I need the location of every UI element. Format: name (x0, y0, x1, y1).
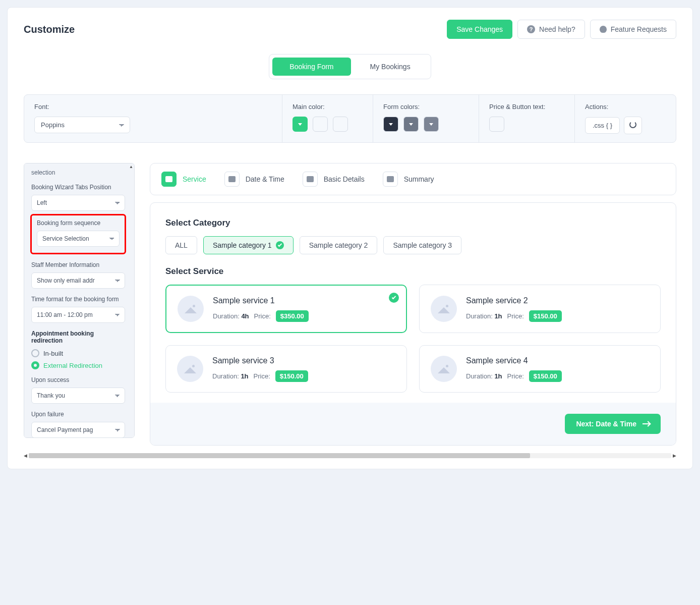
image-placeholder-icon (177, 356, 203, 382)
staff-info-label: Staff Member Information (31, 261, 125, 268)
sidebar[interactable]: ▲ selection Booking Wizard Tabs Position… (24, 163, 135, 438)
radio-icon-checked (31, 361, 39, 369)
main-panel: Customize Save Changes ? Need help? Feat… (7, 7, 693, 469)
image-placeholder-icon (431, 296, 457, 322)
price-button-row (489, 117, 564, 132)
main-color-swatch-3[interactable] (333, 117, 348, 132)
service-icon (161, 172, 177, 187)
service-meta: Duration: 1h Price: $150.00 (212, 370, 308, 382)
category-3[interactable]: Sample category 3 (383, 236, 461, 254)
select-service-title: Select Service (165, 266, 661, 277)
service-name: Sample service 2 (466, 296, 562, 305)
time-format-label: Time format for the booking form (31, 296, 125, 303)
tabs-position-select[interactable]: Left (31, 195, 125, 211)
step-summary-label: Summary (404, 175, 434, 183)
service-card-2[interactable]: Sample service 2 Duration: 1h Price: $15… (419, 285, 661, 333)
service-card-4[interactable]: Sample service 4 Duration: 1h Price: $15… (419, 345, 661, 393)
category-1-label: Sample category 1 (213, 241, 272, 249)
header: Customize Save Changes ? Need help? Feat… (24, 20, 676, 39)
radio-inbuilt-label: In-built (43, 350, 63, 357)
tab-booking-form[interactable]: Booking Form (272, 58, 351, 76)
step-service[interactable]: Service (161, 172, 206, 187)
upon-failure-select[interactable]: Cancel Payment pag (31, 422, 125, 438)
form-color-swatch-2[interactable] (403, 117, 419, 132)
form-color-swatch-1[interactable] (383, 117, 398, 132)
bulb-icon (600, 26, 607, 33)
service-info: Sample service 2 Duration: 1h Price: $15… (466, 296, 562, 322)
step-datetime-label: Date & Time (246, 175, 284, 183)
main-color-row (293, 117, 363, 132)
sequence-label: Booking form sequence (37, 219, 120, 227)
redirection-heading: Appointment booking redirection (31, 330, 125, 344)
image-placeholder-icon (178, 296, 204, 322)
service-meta: Duration: 4h Price: $350.00 (213, 310, 309, 322)
form-colors-label: Form colors: (383, 103, 469, 111)
service-card-1[interactable]: Sample service 1 Duration: 4h Price: $35… (165, 285, 407, 333)
highlighted-sequence-box: Booking form sequence Service Selection (30, 214, 126, 254)
need-help-button[interactable]: ? Need help? (517, 20, 585, 39)
scroll-track[interactable] (29, 453, 671, 458)
feature-requests-button[interactable]: Feature Requests (590, 20, 676, 39)
steps-bar: Service Date & Time Basic Details Summar… (150, 163, 676, 195)
preview-content: Select Category ALL Sample category 1 Sa… (150, 203, 676, 403)
tab-switch-inner: Booking Form My Bookings (269, 54, 431, 79)
chevron-down-icon (389, 123, 393, 126)
price-tag: $150.00 (529, 370, 562, 382)
arrow-right-icon (643, 423, 650, 424)
css-button[interactable]: .css { } (585, 117, 620, 134)
radio-external[interactable]: External Redirection (31, 361, 125, 369)
main-color-label: Main color: (293, 103, 363, 111)
category-all[interactable]: ALL (165, 236, 197, 254)
form-color-row (383, 117, 469, 132)
preview-footer: Next: Date & Time (150, 403, 676, 445)
refresh-button[interactable] (624, 117, 642, 134)
step-summary[interactable]: Summary (383, 172, 434, 187)
form-color-swatch-3[interactable] (424, 117, 439, 132)
category-1[interactable]: Sample category 1 (203, 236, 294, 254)
settings-bar: Font: Poppins Main color: Form colors: P… (24, 94, 676, 143)
image-placeholder-icon (431, 356, 457, 382)
horizontal-scrollbar[interactable]: ◀ ▶ (24, 453, 676, 459)
service-info: Sample service 1 Duration: 4h Price: $35… (213, 296, 309, 322)
price-tag: $150.00 (529, 310, 562, 322)
tab-my-bookings[interactable]: My Bookings (353, 58, 428, 76)
next-button[interactable]: Next: Date & Time (565, 414, 661, 434)
service-info: Sample service 4 Duration: 1h Price: $15… (466, 356, 562, 382)
font-label: Font: (34, 103, 272, 111)
service-card-3[interactable]: Sample service 3 Duration: 1h Price: $15… (165, 345, 407, 393)
scroll-right-icon[interactable]: ▶ (671, 453, 676, 458)
save-changes-button[interactable]: Save Changes (447, 20, 512, 39)
step-service-label: Service (183, 175, 206, 183)
staff-info-select[interactable]: Show only email addr (31, 272, 125, 289)
price-button-swatch[interactable] (489, 117, 504, 132)
scroll-left-icon[interactable]: ◀ (24, 453, 29, 458)
service-name: Sample service 4 (466, 356, 562, 365)
service-meta: Duration: 1h Price: $150.00 (466, 370, 562, 382)
main-color-cell: Main color: (282, 95, 373, 142)
sidebar-inner: selection Booking Wizard Tabs Position L… (24, 163, 131, 438)
main-color-swatch-1[interactable] (293, 117, 308, 132)
price-button-cell: Price & Button text: (479, 95, 575, 142)
category-2[interactable]: Sample category 2 (300, 236, 378, 254)
help-icon: ? (527, 25, 535, 33)
radio-inbuilt[interactable]: In-built (31, 349, 125, 357)
form-colors-cell: Form colors: (373, 95, 479, 142)
service-name: Sample service 1 (213, 296, 309, 305)
step-datetime[interactable]: Date & Time (224, 172, 284, 187)
scroll-up-icon[interactable]: ▲ (129, 164, 134, 169)
scroll-thumb[interactable] (29, 453, 530, 458)
select-category-title: Select Category (165, 218, 661, 228)
font-select[interactable]: Poppins (34, 117, 130, 133)
next-button-label: Next: Date & Time (576, 420, 636, 428)
upon-success-select[interactable]: Thank you (31, 388, 125, 404)
sequence-select[interactable]: Service Selection (37, 231, 120, 247)
step-basic-label: Basic Details (324, 175, 365, 183)
details-icon (303, 172, 318, 187)
main-color-swatch-2[interactable] (313, 117, 328, 132)
calendar-icon (224, 172, 240, 187)
feature-requests-label: Feature Requests (611, 25, 667, 33)
time-format-select[interactable]: 11:00 am - 12:00 pm (31, 307, 125, 323)
page-title: Customize (24, 24, 75, 35)
layout-row: ▲ selection Booking Wizard Tabs Position… (24, 163, 676, 446)
step-basic-details[interactable]: Basic Details (303, 172, 365, 187)
